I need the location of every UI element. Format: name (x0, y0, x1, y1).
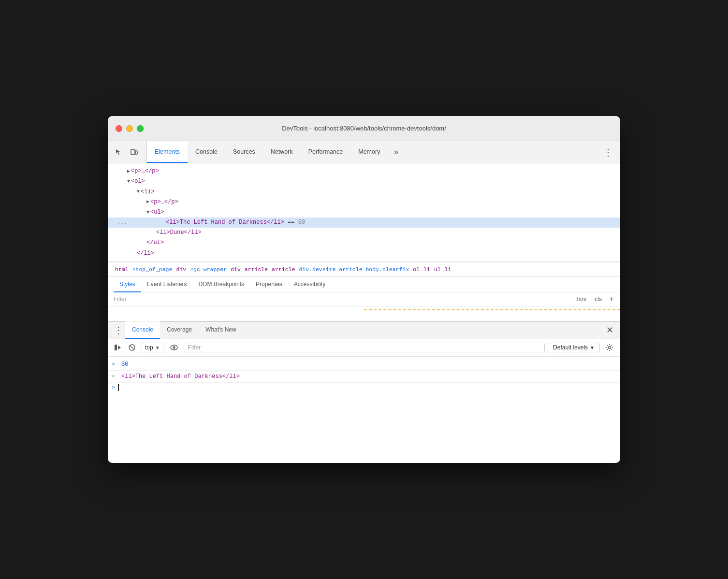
dom-line[interactable]: <li>Dune</li> (108, 228, 620, 238)
levels-dropdown-arrow: ▼ (590, 345, 595, 350)
breadcrumb-item-li1[interactable]: li (422, 265, 432, 274)
console-line-input: > $0 (108, 359, 620, 371)
console-filter-input[interactable] (184, 343, 545, 352)
breadcrumb-item-div2[interactable]: div (229, 265, 242, 274)
console-result: <li>The Left Hand of Darkness</li> (121, 372, 616, 381)
dom-line[interactable]: </li> (108, 248, 620, 259)
dom-tree: ▶<p>…</p> ▼<ol> ▼<li> ▶<p>…</p> ▼<ul> ..… (108, 163, 620, 262)
main-toolbar: Elements Console Sources Network Perform… (108, 141, 620, 163)
svg-rect-0 (131, 149, 135, 155)
drawer-close-button[interactable]: ✕ (603, 323, 616, 337)
tab-elements[interactable]: Elements (147, 141, 188, 163)
dom-line[interactable]: ▼<li> (108, 187, 620, 197)
log-levels-button[interactable]: Default levels ▼ (548, 343, 600, 352)
add-style-button[interactable]: + (607, 294, 616, 304)
tab-event-listeners[interactable]: Event Listeners (141, 277, 193, 292)
console-settings-icon[interactable] (603, 341, 616, 354)
breadcrumb-item-article2[interactable]: article (270, 265, 296, 274)
tab-sources[interactable]: Sources (225, 141, 263, 163)
svg-point-7 (173, 347, 175, 349)
console-toolbar: top ▼ Default levels ▼ (108, 339, 620, 357)
dom-line[interactable]: ▶<p>…</p> (108, 166, 620, 176)
dom-line[interactable]: ▶<p>…</p> (108, 197, 620, 207)
breadcrumb-item-div-class[interactable]: div.devsite-article-body.clearfix (297, 265, 410, 274)
live-expression-icon[interactable] (167, 341, 181, 354)
console-output-arrow: < (112, 373, 119, 381)
tab-dom-breakpoints[interactable]: DOM Breakpoints (192, 277, 250, 292)
breadcrumb: html #top_of_page div #gc-wrapper div ar… (108, 262, 620, 277)
breadcrumb-item-li2[interactable]: li (443, 265, 453, 274)
title-bar: DevTools - localhost:8080/web/tools/chro… (108, 116, 620, 141)
tab-performance[interactable]: Performance (301, 141, 351, 163)
drawer-tab-coverage[interactable]: Coverage (160, 321, 199, 339)
execute-script-icon[interactable] (112, 342, 123, 353)
devtools-window: DevTools - localhost:8080/web/tools/chro… (108, 116, 620, 463)
more-tabs-button[interactable]: » (388, 141, 404, 163)
tab-memory[interactable]: Memory (350, 141, 388, 163)
console-input-line[interactable]: > (108, 383, 620, 392)
device-toggle-icon[interactable] (127, 145, 141, 159)
inspect-icon[interactable] (112, 145, 125, 159)
console-line-output: < <li>The Left Hand of Darkness</li> (108, 371, 620, 383)
drawer-more-button[interactable]: ⋮ (112, 323, 125, 337)
hov-cls-buttons: :hov .cls + (573, 294, 616, 304)
tab-network[interactable]: Network (263, 141, 301, 163)
svg-rect-1 (135, 151, 137, 154)
tab-list: Elements Console Sources Network Perform… (147, 141, 601, 163)
tab-styles[interactable]: Styles (114, 277, 141, 292)
console-expression: $0 (121, 360, 616, 369)
traffic-lights (116, 125, 144, 132)
dom-line-selected[interactable]: ... <li>The Left Hand of Darkness</li> =… (108, 217, 620, 228)
svg-line-5 (130, 346, 134, 349)
svg-point-8 (609, 347, 611, 349)
drawer-tab-bar: ⋮ Console Coverage What's New ✕ (108, 322, 620, 339)
styles-filter-input[interactable] (112, 295, 569, 304)
close-button[interactable] (116, 125, 122, 132)
tab-properties[interactable]: Properties (250, 277, 288, 292)
console-cursor (118, 384, 119, 391)
styles-filter-bar: :hov .cls + (108, 292, 620, 306)
tab-console[interactable]: Console (188, 141, 225, 163)
breadcrumb-item-div1[interactable]: div (175, 265, 188, 274)
tab-accessibility[interactable]: Accessibility (288, 277, 331, 292)
dom-line[interactable]: ▼<ol> (108, 176, 620, 187)
maximize-button[interactable] (137, 125, 144, 132)
console-drawer: ⋮ Console Coverage What's New ✕ (108, 321, 620, 463)
svg-marker-3 (118, 346, 121, 349)
breadcrumb-item-article1[interactable]: article (243, 265, 269, 274)
clear-console-icon[interactable] (126, 342, 138, 353)
breadcrumb-item-html[interactable]: html (114, 265, 130, 274)
settings-dots-button[interactable]: ⋮ (601, 145, 614, 159)
dom-line[interactable]: </ul> (108, 238, 620, 248)
context-dropdown-arrow: ▼ (155, 345, 160, 350)
svg-rect-2 (115, 345, 117, 350)
context-selector[interactable]: top ▼ (141, 343, 164, 352)
cls-button[interactable]: .cls (591, 295, 604, 304)
styles-panel: Styles Event Listeners DOM Breakpoints P… (108, 277, 620, 321)
minimize-button[interactable] (126, 125, 133, 132)
window-title: DevTools - localhost:8080/web/tools/chro… (282, 125, 446, 132)
drawer-tab-whats-new[interactable]: What's New (199, 321, 243, 339)
dom-line[interactable]: ▼<ul> (108, 207, 620, 217)
styles-dashed-area (108, 306, 620, 321)
breadcrumb-item-top-of-page[interactable]: #top_of_page (131, 265, 174, 274)
console-input-arrow: > (112, 361, 119, 369)
styles-tab-list: Styles Event Listeners DOM Breakpoints P… (108, 277, 620, 292)
toolbar-icon-group (112, 141, 147, 163)
hov-button[interactable]: :hov (573, 295, 588, 304)
breadcrumb-item-ul[interactable]: ul (433, 265, 442, 274)
toolbar-end: ⋮ (601, 141, 620, 163)
console-prompt: > (112, 385, 115, 391)
breadcrumb-item-gc-wrapper[interactable]: #gc-wrapper (189, 265, 228, 274)
console-output: > $0 < <li>The Left Hand of Darkness</li… (108, 357, 620, 463)
drawer-tab-console[interactable]: Console (125, 321, 160, 339)
breadcrumb-item-ol[interactable]: ol (411, 265, 421, 274)
